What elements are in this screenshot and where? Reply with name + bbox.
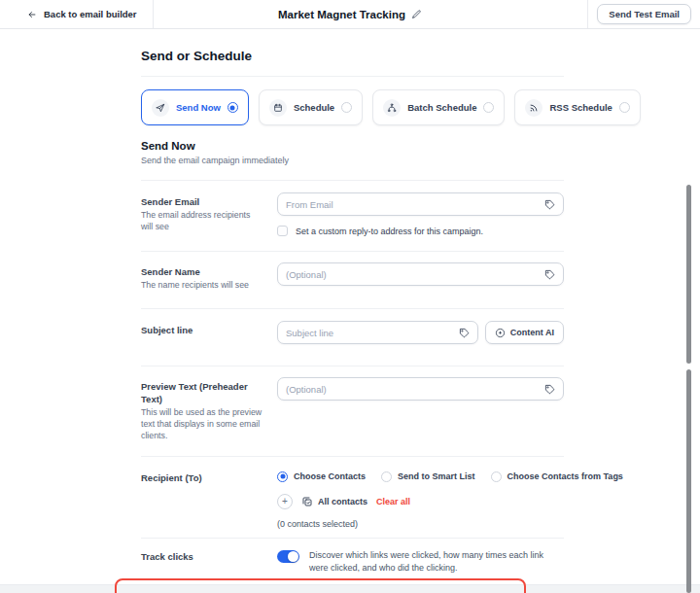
campaign-title: Market Magnet Tracking [278, 9, 422, 20]
back-label: Back to email builder [44, 9, 137, 19]
contacts-chips-row: + All contacts Clear all [277, 494, 564, 509]
tab-radio-selected [228, 102, 238, 113]
track-clicks-label: Track clicks [141, 551, 263, 563]
divider [141, 180, 564, 181]
all-contacts-chip[interactable]: All contacts [301, 496, 368, 507]
content-ai-button[interactable]: Content AI [485, 321, 564, 344]
track-clicks-toggle[interactable] [277, 550, 299, 563]
topbar-actions: Send Test Email [587, 0, 700, 28]
divider [141, 251, 564, 252]
tab-label: Batch Schedule [407, 102, 476, 113]
add-contacts-button[interactable]: + [277, 494, 293, 509]
arrow-left-icon [27, 10, 37, 19]
tab-radio [619, 102, 630, 113]
sender-email-sublabel: The email address recipients will see [141, 210, 263, 233]
tab-radio [483, 102, 494, 113]
tab-rss-schedule[interactable]: RSS Schedule [514, 89, 640, 125]
contacts-copy-icon [301, 496, 313, 507]
divider [141, 366, 564, 366]
send-or-schedule-panel: Send or Schedule Send Now Schedule Batch… [0, 29, 700, 593]
radio-send-to-smart-list[interactable]: Send to Smart List [381, 471, 475, 482]
merge-tag-icon[interactable] [544, 384, 555, 395]
scrollbar[interactable] [686, 185, 691, 364]
radio-choose-contacts-from-tags[interactable]: Choose Contacts from Tags [491, 471, 623, 482]
rss-icon [525, 99, 542, 117]
page-title: Send or Schedule [141, 49, 564, 63]
tab-batch-schedule[interactable]: Batch Schedule [372, 89, 505, 125]
tab-label: Schedule [294, 102, 334, 113]
sender-email-label: Sender Email [141, 196, 263, 208]
contacts-selected-count: (0 contacts selected) [277, 519, 564, 529]
merge-tag-icon[interactable] [459, 328, 470, 338]
section-subtitle: Send the email campaign immediately [141, 156, 564, 165]
track-clicks-row: Track clicks Discover which links were c… [141, 547, 564, 576]
divider [141, 308, 564, 309]
section-title: Send Now [141, 140, 564, 152]
top-bar: Back to email builder Market Magnet Trac… [0, 0, 700, 29]
sender-email-input-wrap [277, 192, 564, 216]
recipient-options: Choose Contacts Send to Smart List Choos… [277, 469, 564, 482]
custom-reply-to-row: Set a custom reply-to address for this c… [277, 226, 564, 236]
subject-line-row: Subject line Content AI [141, 321, 564, 344]
merge-tag-icon[interactable] [544, 269, 555, 280]
sender-name-label: Sender Name [141, 266, 263, 278]
content-ai-label: Content AI [510, 328, 554, 337]
back-to-email-builder-button[interactable]: Back to email builder [0, 0, 154, 28]
custom-reply-to-label: Set a custom reply-to address for this c… [296, 227, 483, 236]
divider [141, 538, 564, 539]
sender-name-input-wrap [277, 262, 564, 286]
radio-selected [277, 471, 288, 482]
clear-all-link[interactable]: Clear all [376, 497, 410, 506]
preview-text-input[interactable] [286, 384, 539, 395]
radio [381, 471, 392, 482]
calendar-icon [269, 99, 287, 117]
content-ai-icon [495, 328, 506, 338]
subject-line-input[interactable] [286, 328, 453, 338]
tab-schedule[interactable]: Schedule [259, 89, 363, 125]
subject-line-label: Subject line [141, 325, 263, 336]
divider [141, 76, 564, 77]
merge-tag-icon[interactable] [544, 199, 555, 210]
tab-radio [341, 102, 352, 113]
campaign-title-text: Market Magnet Tracking [278, 9, 405, 20]
tab-label: Send Now [176, 102, 221, 113]
radio [491, 471, 502, 482]
recipient-label: Recipient (To) [141, 472, 263, 484]
preview-text-input-wrap [277, 377, 564, 401]
sender-name-sublabel: The name recipients will see [141, 280, 263, 292]
edit-pencil-icon[interactable] [411, 9, 422, 19]
sender-email-input[interactable] [286, 199, 539, 210]
section-heading: Send Now Send the email campaign immedia… [141, 140, 564, 165]
send-test-email-button[interactable]: Send Test Email [597, 4, 691, 25]
send-mode-tabs: Send Now Schedule Batch Schedule RSS Sch… [141, 89, 564, 125]
tab-send-now[interactable]: Send Now [141, 89, 249, 125]
subject-line-input-wrap [277, 321, 478, 344]
batch-tree-icon [383, 99, 401, 117]
tab-label: RSS Schedule [549, 102, 612, 113]
preview-text-label: Preview Text (Preheader Text) [141, 381, 263, 405]
paper-plane-icon [152, 99, 169, 117]
sender-email-row: Sender Email The email address recipient… [141, 192, 564, 236]
sender-name-input[interactable] [286, 269, 539, 280]
recipient-row: Recipient (To) Choose Contacts Send to S… [141, 469, 564, 529]
divider [141, 456, 564, 457]
preview-text-sublabel: This will be used as the preview text th… [141, 407, 263, 442]
preview-text-row: Preview Text (Preheader Text) This will … [141, 377, 564, 441]
radio-choose-contacts[interactable]: Choose Contacts [277, 471, 366, 482]
track-clicks-description: Discover which links were clicked, how m… [309, 549, 564, 576]
sender-name-row: Sender Name The name recipients will see [141, 262, 564, 292]
scrollbar[interactable] [686, 369, 691, 593]
page-bottom-strip [0, 584, 700, 593]
custom-reply-to-checkbox[interactable] [277, 226, 288, 236]
